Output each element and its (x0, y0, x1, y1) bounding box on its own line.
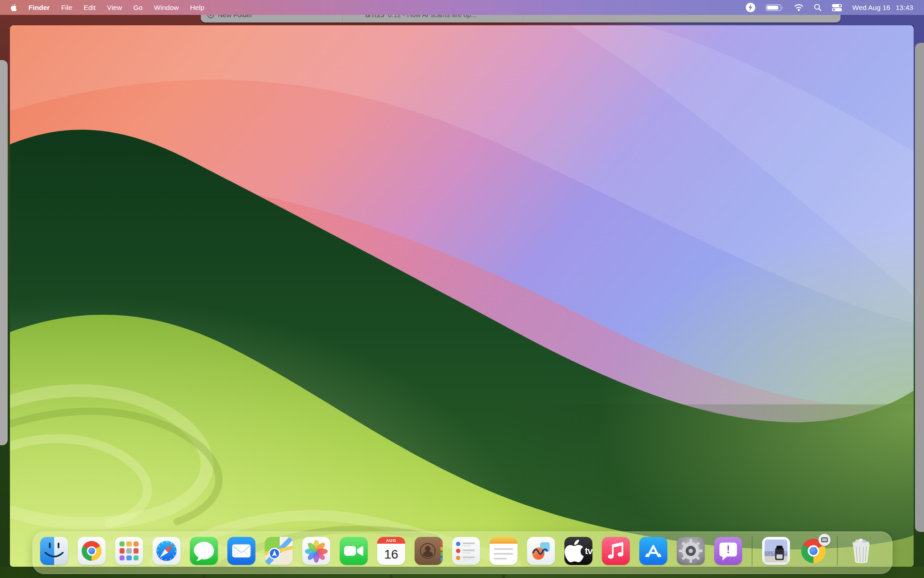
feedback-exclamation: ! (714, 544, 742, 556)
running-indicator (53, 575, 56, 578)
photos-pinwheel-icon (302, 537, 330, 565)
calendar-day: 16 (377, 544, 405, 565)
contacts-silhouette-icon (415, 537, 443, 565)
running-indicator (390, 575, 393, 578)
new-folder-button[interactable]: New Folder (207, 15, 253, 19)
note-date: 8/7/23 (365, 15, 384, 19)
music-note-icon (602, 537, 630, 565)
dock-icon-contacts[interactable] (415, 537, 443, 565)
notes-list-column: 8/7/23 0:12 - How AI scams are op... (343, 15, 523, 22)
circle-plus-icon (207, 15, 214, 19)
freeform-icon (527, 537, 555, 565)
dock-icon-notes[interactable] (490, 537, 517, 565)
apple-icon (10, 4, 17, 12)
notes-sidebar: New Folder (201, 15, 343, 22)
apple-icon (564, 537, 584, 565)
dock-icon-apple-tv[interactable]: tv (564, 537, 592, 565)
dock-item-chrome-window[interactable] (799, 537, 827, 565)
dock-icon-music[interactable] (602, 537, 630, 565)
dock-icon-freeform[interactable] (527, 537, 555, 565)
speech-bubble-icon (190, 537, 218, 565)
note-preview: 0:12 - How AI scams are op... (388, 15, 477, 19)
battery-icon[interactable] (766, 4, 784, 12)
finder-icon (40, 537, 68, 565)
chrome-icon (82, 541, 102, 561)
wallpaper (10, 25, 914, 567)
gear-icon (677, 537, 705, 565)
dock-item-document-preview[interactable] (762, 537, 790, 565)
notes-window-bottom-edge[interactable]: New Folder 8/7/23 0:12 - How AI scams ar… (201, 15, 841, 23)
dock-icon-calendar[interactable]: AUG 16 (377, 537, 405, 565)
dock-icon-chrome[interactable] (78, 537, 106, 565)
menu-help[interactable]: Help (190, 4, 204, 12)
app-store-icon (639, 537, 667, 565)
clock-date: Wed Aug 16 (852, 4, 890, 12)
dock-icon-feedback-assistant[interactable]: ! (714, 537, 742, 565)
reminders-list-icon (452, 537, 480, 565)
launchpad-icon (115, 537, 143, 565)
new-folder-label: New Folder (218, 15, 253, 19)
dock-icon-mail[interactable] (227, 537, 255, 565)
control-center-icon[interactable] (832, 4, 842, 12)
menu-bar-clock[interactable]: Wed Aug 16 13:43 (852, 4, 913, 12)
running-indicator (502, 575, 505, 578)
apple-tv-icon: tv (564, 537, 592, 565)
dock-icon-launchpad[interactable] (115, 537, 143, 565)
notes-content-column (523, 15, 841, 22)
feedback-bubble-icon: ! (714, 537, 742, 565)
menu-app-name[interactable]: Finder (28, 4, 50, 12)
dock-icon-system-settings[interactable] (677, 537, 705, 565)
clock-time: 13:43 (896, 4, 913, 12)
dock-icon-maps[interactable] (265, 537, 293, 565)
safari-compass-icon (152, 537, 180, 565)
video-camera-icon (340, 537, 368, 565)
envelope-icon (227, 537, 255, 565)
charging-bolt-icon[interactable] (745, 2, 756, 13)
offscreen-window-right-edge[interactable] (915, 43, 924, 532)
dock-icon-facetime[interactable] (340, 537, 368, 565)
notes-icon (490, 537, 517, 565)
offscreen-window-left-edge[interactable] (0, 60, 8, 445)
dock-icon-finder[interactable] (40, 537, 68, 565)
maps-icon (265, 537, 293, 565)
menu-file[interactable]: File (61, 4, 72, 12)
dock-divider (837, 536, 838, 566)
dock-icon-app-store[interactable] (639, 537, 667, 565)
note-list-row[interactable]: 8/7/23 0:12 - How AI scams are op... (365, 15, 476, 19)
dock-icon-messages[interactable] (190, 537, 218, 565)
dock-icon-reminders[interactable] (452, 537, 480, 565)
dock-divider (752, 536, 753, 566)
menu-bar: Finder File Edit View Go Window Help (0, 0, 924, 15)
dock-icon-photos[interactable] (302, 537, 330, 565)
menu-go[interactable]: Go (133, 4, 143, 12)
trash-full-icon (847, 537, 875, 565)
menu-view[interactable]: View (107, 4, 122, 12)
running-indicator (203, 575, 206, 578)
desktop: New Folder 8/7/23 0:12 - How AI scams ar… (0, 0, 924, 578)
apple-menu[interactable] (10, 4, 17, 12)
dock: AUG 16 (32, 531, 892, 574)
window-icon (821, 537, 828, 542)
menu-edit[interactable]: Edit (83, 4, 96, 12)
dock-icon-trash[interactable] (847, 537, 875, 565)
apple-tv-label: tv (585, 545, 592, 556)
calendar-icon: AUG 16 (377, 537, 405, 565)
document-preview-icon (762, 537, 790, 565)
minimized-window-badge (818, 534, 831, 546)
spotlight-search-icon[interactable] (814, 4, 822, 11)
dock-icon-safari[interactable] (152, 537, 180, 565)
wifi-icon[interactable] (794, 4, 804, 11)
menu-window[interactable]: Window (154, 4, 179, 12)
calendar-month: AUG (377, 537, 405, 544)
